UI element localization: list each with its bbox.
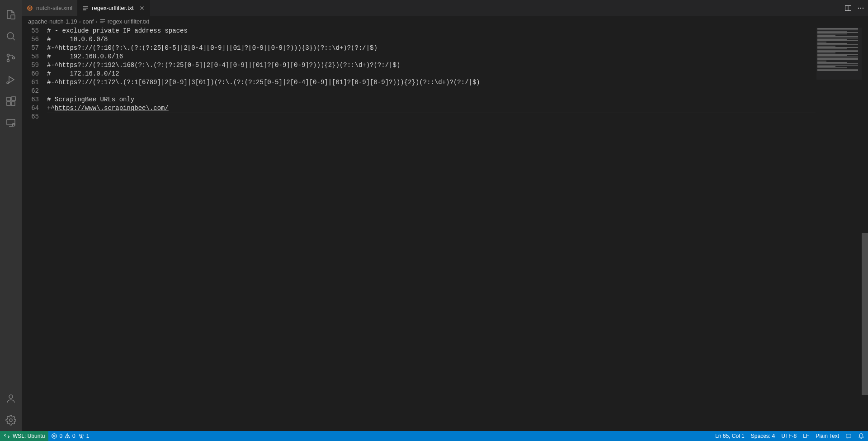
svg-point-18 [29,7,31,9]
line-content: # 192.168.0.0/16 [47,52,123,61]
line-content: #-^https?://(?:172\.(?:1[6789]|2[0-9]|3[… [47,78,480,87]
code-line[interactable]: 59#-^https?://(?:192\.168(?:\.(?:(?:25[0… [22,61,868,70]
svg-rect-8 [7,97,10,101]
code-line[interactable]: 65 [22,113,868,121]
svg-marker-6 [9,76,14,83]
xml-file-icon [26,5,33,12]
svg-rect-12 [7,119,15,125]
explorer-icon[interactable] [0,4,22,25]
text-file-icon [82,5,89,12]
code-line[interactable]: 64+^https://www\.scrapingbee\.com/ [22,104,868,113]
breadcrumb-part[interactable]: apache-nutch-1.19 [28,18,77,25]
line-number: 55 [22,27,47,35]
warning-icon [64,433,71,439]
tab-regex-urlfilter[interactable]: regex-urlfilter.txt [77,0,150,16]
run-debug-icon[interactable] [0,69,22,90]
line-number: 59 [22,61,47,70]
minimap[interactable] [816,28,862,80]
line-content: +^https://www\.scrapingbee\.com/ [47,104,169,113]
tabs-bar: nutch-site.xml regex-urlfilter.txt [22,0,868,16]
code-line[interactable]: 55# - exclude private IP address spaces [22,27,868,35]
line-content: # - exclude private IP address spaces [47,27,188,35]
svg-point-15 [9,395,13,398]
svg-point-4 [7,60,9,62]
svg-rect-11 [12,97,15,100]
svg-rect-10 [11,102,15,105]
line-content: #-^https?://(?:10(?:\.(?:(?:25[0-5]|2[0-… [47,44,377,52]
activity-bar [0,0,22,431]
line-content: # 10.0.0.0/8 [47,35,108,44]
line-number: 62 [22,87,47,95]
error-count: 0 [59,433,62,439]
line-content [47,113,816,121]
code-line[interactable]: 63# ScrapingBee URLs only [22,95,868,104]
line-number: 64 [22,104,47,113]
code-line[interactable]: 56# 10.0.0.0/8 [22,35,868,44]
eol[interactable]: LF [803,433,809,439]
svg-rect-9 [7,102,10,105]
remote-icon [4,433,10,439]
chevron-right-icon: › [95,18,97,25]
settings-gear-icon[interactable] [0,409,22,431]
radio-tower-icon [78,433,85,439]
warning-count: 0 [72,433,75,439]
search-icon[interactable] [0,25,22,47]
code-line[interactable]: 58# 192.168.0.0/16 [22,52,868,61]
svg-point-16 [9,419,12,422]
language-mode[interactable]: Plain Text [816,433,839,439]
ports-count: 1 [86,433,90,439]
svg-point-1 [7,33,14,39]
code-line[interactable]: 61#-^https?://(?:172\.(?:1[6789]|2[0-9]|… [22,78,868,87]
tab-nutch-site[interactable]: nutch-site.xml [22,0,77,16]
accounts-icon[interactable] [0,388,22,409]
svg-point-25 [863,7,863,8]
problems-indicator[interactable]: 0 0 [51,433,75,439]
code-line[interactable]: 57#-^https?://(?:10(?:\.(?:(?:25[0-5]|2[… [22,44,868,52]
line-number: 58 [22,52,47,61]
svg-point-3 [7,54,9,57]
encoding[interactable]: UTF-8 [781,433,797,439]
vertical-scrollbar[interactable] [862,27,868,431]
line-number: 63 [22,95,47,104]
breadcrumbs[interactable]: apache-nutch-1.19 › conf › regex-urlfilt… [22,16,868,27]
line-number: 61 [22,78,47,87]
svg-point-5 [13,57,15,59]
text-file-icon [99,18,106,24]
svg-point-30 [67,437,68,437]
line-number: 56 [22,35,47,44]
line-content: #-^https?://(?:192\.168(?:\.(?:(?:25[0-5… [47,61,400,70]
tab-label: nutch-site.xml [36,5,72,11]
tab-label: regex-urlfilter.txt [92,5,133,11]
line-number: 65 [22,113,47,121]
line-content: # ScrapingBee URLs only [47,95,134,104]
code-line[interactable]: 60# 172.16.0.0/12 [22,70,868,78]
source-control-icon[interactable] [0,47,22,69]
remote-indicator[interactable]: WSL: Ubuntu [0,431,48,441]
scrollbar-thumb[interactable] [862,233,868,395]
notifications-icon[interactable] [858,433,864,439]
svg-point-23 [858,7,859,8]
breadcrumb-part[interactable]: conf [83,18,94,25]
status-bar: WSL: Ubuntu 0 0 1 Ln 65, Col 1 Spaces: 4… [0,431,868,441]
chevron-right-icon: › [79,18,80,25]
svg-point-7 [7,82,9,84]
remote-explorer-icon[interactable] [0,112,22,134]
svg-point-24 [860,7,861,8]
more-actions-icon[interactable] [857,5,864,12]
cursor-position[interactable]: Ln 65, Col 1 [715,433,745,439]
feedback-icon[interactable] [845,433,852,439]
breadcrumb-part[interactable]: regex-urlfilter.txt [108,18,149,25]
svg-point-31 [80,435,82,436]
editor-content[interactable]: 55# - exclude private IP address spaces5… [22,27,868,431]
split-editor-icon[interactable] [844,5,852,12]
extensions-icon[interactable] [0,90,22,112]
remote-label: WSL: Ubuntu [13,433,45,439]
line-number: 60 [22,70,47,78]
close-icon[interactable] [138,5,146,12]
line-number: 57 [22,44,47,52]
ports-indicator[interactable]: 1 [78,433,90,439]
indentation[interactable]: Spaces: 4 [751,433,775,439]
svg-rect-0 [11,15,15,19]
code-line[interactable]: 62 [22,87,868,95]
line-content: # 172.16.0.0/12 [47,70,119,78]
